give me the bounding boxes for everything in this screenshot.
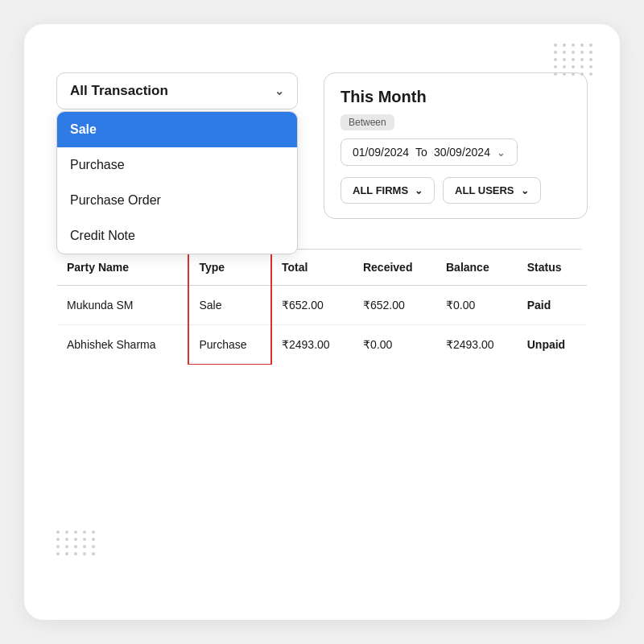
col-status: Status xyxy=(518,249,588,286)
party-name-cell: Abhishek Sharma xyxy=(57,325,189,365)
date-range-box[interactable]: 01/09/2024 To 30/09/2024 ⌄ xyxy=(341,138,518,166)
decorative-dots-top xyxy=(554,43,594,76)
transaction-dropdown-container: All Transaction ⌄ Sale Purchase Purchase… xyxy=(56,72,298,109)
balance-cell: ₹0.00 xyxy=(436,286,518,325)
table-section: Party Name Type Total Received Balance S… xyxy=(56,248,588,365)
month-title: This Month xyxy=(341,88,571,106)
firms-chevron-icon: ⌄ xyxy=(415,185,423,196)
all-users-button[interactable]: ALL USERS ⌄ xyxy=(443,177,540,204)
dropdown-item-sale[interactable]: Sale xyxy=(57,112,297,147)
month-card: This Month Between 01/09/2024 To 30/09/2… xyxy=(324,72,588,219)
all-users-label: ALL USERS xyxy=(455,184,514,196)
status-cell: Paid xyxy=(518,286,588,325)
all-firms-label: ALL FIRMS xyxy=(353,184,408,196)
dropdown-item-purchase-order[interactable]: Purchase Order xyxy=(57,183,297,218)
table-row: Mukunda SM Sale ₹652.00 ₹652.00 ₹0.00 Pa… xyxy=(57,286,588,325)
dropdown-trigger-label: All Transaction xyxy=(70,83,168,99)
between-badge: Between xyxy=(341,114,394,130)
users-chevron-icon: ⌄ xyxy=(521,185,529,196)
total-cell: ₹2493.00 xyxy=(271,325,353,365)
filter-row: ALL FIRMS ⌄ ALL USERS ⌄ xyxy=(341,177,571,204)
dropdown-item-credit-note[interactable]: Credit Note xyxy=(57,218,297,254)
total-cell: ₹652.00 xyxy=(271,286,353,325)
received-cell: ₹0.00 xyxy=(353,325,436,365)
chevron-down-icon: ⌄ xyxy=(275,85,284,97)
transaction-dropdown-menu: Sale Purchase Purchase Order Credit Note xyxy=(56,111,298,254)
top-section: All Transaction ⌄ Sale Purchase Purchase… xyxy=(56,72,588,219)
balance-cell: ₹2493.00 xyxy=(436,325,518,365)
transactions-table: Party Name Type Total Received Balance S… xyxy=(56,248,588,365)
transaction-dropdown-trigger[interactable]: All Transaction ⌄ xyxy=(56,72,298,109)
decorative-dots-bottom xyxy=(56,530,97,555)
date-range-row: 01/09/2024 To 30/09/2024 ⌄ xyxy=(341,138,571,166)
date-to: 30/09/2024 xyxy=(434,146,490,159)
date-chevron-icon: ⌄ xyxy=(497,147,506,159)
status-cell: Unpaid xyxy=(518,325,588,365)
type-cell: Sale xyxy=(188,286,271,325)
all-firms-button[interactable]: ALL FIRMS ⌄ xyxy=(341,177,435,204)
table-row: Abhishek Sharma Purchase ₹2493.00 ₹0.00 … xyxy=(57,325,588,365)
to-text: To xyxy=(415,146,427,159)
col-received: Received xyxy=(353,249,436,286)
col-balance: Balance xyxy=(436,249,518,286)
received-cell: ₹652.00 xyxy=(353,286,436,325)
dropdown-item-purchase[interactable]: Purchase xyxy=(57,147,297,183)
type-cell: Purchase xyxy=(188,325,271,365)
party-name-cell: Mukunda SM xyxy=(57,286,189,325)
date-from: 01/09/2024 xyxy=(353,146,409,159)
main-card: All Transaction ⌄ Sale Purchase Purchase… xyxy=(24,24,620,620)
